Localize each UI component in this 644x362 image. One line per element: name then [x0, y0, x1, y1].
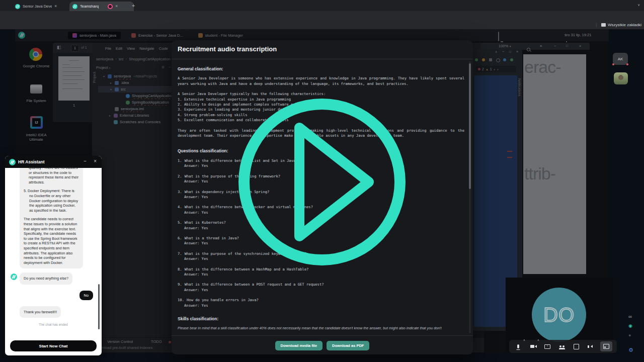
modal-title: Recruitment audio transcription [178, 45, 277, 53]
chat-messages: quantity'. There are no classes or struc… [5, 168, 102, 337]
question-number: 9. [178, 282, 182, 287]
browser-tabstrip: Senior Java Developer | Team × Teamsharq… [0, 0, 644, 11]
chat-scrollbar[interactable] [98, 284, 100, 329]
page-content: seniorjava - Main.java Exercise - Senior… [0, 29, 644, 362]
chat-header[interactable]: HR Assistant − × [5, 156, 102, 168]
close-icon[interactable]: × [94, 158, 97, 164]
question-text: What is Kubernetes? [185, 220, 226, 225]
question-number: 2. [178, 174, 182, 178]
meeting-control-icon[interactable] [572, 342, 582, 351]
bookmarks-folder-icon [601, 23, 606, 27]
question-number: 8. [178, 267, 182, 272]
question-number: 7. [178, 251, 182, 256]
start-new-chat-button[interactable]: Start New Chat [10, 340, 97, 351]
modal-scrollbar-thumb[interactable] [469, 63, 471, 189]
avatar-circle: DO [532, 288, 586, 342]
browser-tab-1[interactable]: Senior Java Developer | Team × [12, 2, 73, 11]
chat-title: HR Assistant [18, 159, 45, 164]
question-number: 10. [178, 298, 184, 302]
message-text: 5. Docker Deployment: There is no Docker… [24, 189, 79, 213]
question-number: 3. [178, 190, 182, 194]
user-message: No [79, 291, 93, 300]
question-number: 1. [178, 158, 182, 163]
transcription-modal: Recruitment audio transcription General … [172, 40, 473, 354]
section-heading: General classification: [178, 66, 464, 71]
tab-title: Teamsharq [80, 4, 105, 9]
question-text: How do you handle errors in Java? [187, 298, 259, 302]
question-number: 6. [178, 236, 182, 240]
settings-gear-icon[interactable]: ⚙ [628, 347, 633, 353]
new-tab-button[interactable]: + [132, 3, 135, 9]
chat-ended-status: The chat has ended [5, 323, 102, 326]
link-icon[interactable]: ∞ [628, 314, 632, 319]
hr-assistant-window: HR Assistant − × quantity'. There are no… [5, 156, 102, 355]
tab-close-icon[interactable]: × [115, 4, 118, 9]
download-pdf-button[interactable]: Download as PDF [327, 341, 369, 350]
meeting-control-icon[interactable] [586, 342, 596, 351]
bookmarks-bar: | Wszystkie zakładki [0, 21, 644, 30]
participant-tile-photo[interactable] [614, 72, 628, 84]
message-text: quantity'. There are no classes or struc… [24, 168, 79, 185]
bot-message: quantity'. There are no classes or struc… [20, 168, 83, 268]
avatar-initials: DO [543, 304, 575, 326]
tab-search-icon[interactable]: ∨ [637, 3, 640, 7]
bot-message: Do you need anything else? [20, 273, 72, 285]
teamsharq-favicon [15, 4, 20, 9]
meeting-control-icon[interactable] [557, 342, 567, 351]
question-item: 10.How do you handle errors in Java? Ans… [178, 298, 464, 308]
teamsharq-favicon [72, 4, 77, 9]
question-item: 8.What is the difference between a HashM… [178, 267, 464, 278]
screen: Senior Java Developer | Team × Teamsharq… [0, 0, 644, 362]
message-text: The candidate needs to correct these iss… [24, 217, 79, 265]
tab-title: Senior Java Developer | Team [23, 4, 52, 9]
meeting-control-icon[interactable] [513, 342, 523, 351]
participant-tile-ak[interactable]: AK [613, 53, 628, 65]
bot-message: Thank you farewell!!! [20, 306, 61, 318]
all-bookmarks-label[interactable]: Wszystkie zakładki [608, 23, 641, 27]
modal-footer: Download media file Download as PDF [172, 335, 473, 355]
answer-text: Answer: Yes [178, 272, 464, 277]
tab-close-icon[interactable]: × [54, 4, 57, 9]
play-button[interactable] [236, 97, 408, 267]
participant-initials: AK [618, 57, 623, 61]
meeting-control-icon[interactable] [528, 342, 538, 351]
meeting-toolbar [509, 340, 617, 353]
download-media-button[interactable]: Download media file [275, 341, 323, 350]
camera-options-caret[interactable]: ∧ [537, 338, 539, 341]
skills-note: Please bear in mind that a skill classif… [178, 326, 464, 331]
meeting-control-icon[interactable] [542, 342, 552, 351]
mic-options-caret[interactable]: ∧ [523, 338, 525, 341]
meeting-control-icon[interactable] [600, 341, 612, 351]
question-number: 4. [178, 205, 182, 209]
minimize-icon[interactable]: − [84, 158, 87, 164]
question-text: What is the difference between a POST re… [185, 282, 324, 287]
answer-text: Answer: Yes [178, 303, 464, 308]
browser-toolbar: ← → ↻ app.teamsharq.com/workspace/rcrmt-… [0, 11, 644, 21]
record-icon[interactable]: ◉ [628, 323, 632, 328]
hr-assistant-logo-icon [9, 159, 16, 165]
browser-tab-2-active[interactable]: Teamsharq × [69, 2, 134, 11]
stop-icon[interactable]: ● [628, 333, 631, 338]
question-number: 5. [178, 220, 182, 225]
recording-indicator-icon [108, 4, 113, 9]
separator: | [596, 22, 597, 27]
section-heading: Skills classification: [178, 316, 464, 321]
answer-text: Answer: Yes [178, 288, 464, 293]
question-text: What is a thread in Java? [185, 236, 239, 240]
paragraph: A Senior Java Developer is someone who h… [178, 76, 464, 86]
question-item: 9.What is the difference between a POST … [178, 282, 464, 293]
play-icon [236, 97, 408, 267]
bot-avatar [11, 274, 17, 280]
